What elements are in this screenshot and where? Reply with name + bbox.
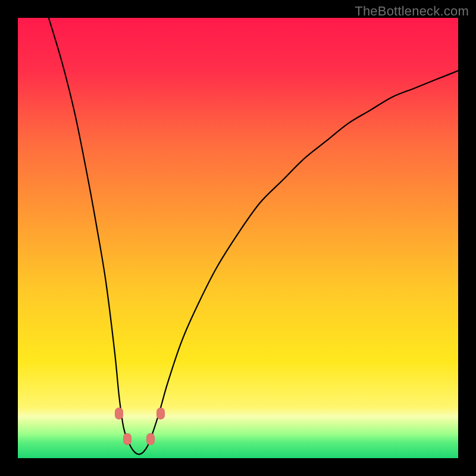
highlight-marker-left-lower — [123, 433, 131, 445]
highlight-marker-right-upper — [156, 408, 165, 419]
watermark-text: TheBottleneck.com — [355, 4, 469, 19]
bottleneck-curve — [18, 18, 458, 458]
highlight-marker-right-lower — [146, 433, 155, 445]
highlight-marker-left-upper — [115, 408, 123, 419]
plot-area — [18, 18, 458, 458]
chart-frame: TheBottleneck.com — [0, 0, 476, 476]
